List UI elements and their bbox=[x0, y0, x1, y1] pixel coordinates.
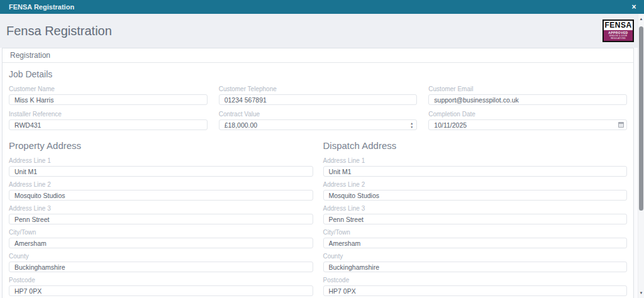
fensa-logo: FENSA APPROVED WINDOW & DOOR REGULATIONS bbox=[602, 19, 634, 42]
job-details-grid: Customer Name Customer Telephone Custome… bbox=[9, 86, 627, 130]
property-address-line2-input[interactable] bbox=[9, 190, 313, 201]
customer-name-field-group: Customer Name bbox=[9, 86, 208, 105]
dispatch-address-line3-input[interactable] bbox=[323, 214, 628, 224]
property-postcode-input[interactable] bbox=[9, 285, 313, 296]
completion-date-input-wrap bbox=[428, 119, 627, 130]
property-address-line1-input[interactable] bbox=[9, 166, 313, 177]
customer-email-field-group: Customer Email bbox=[428, 86, 627, 105]
fensa-logo-tagline: WINDOW & DOOR REGULATIONS bbox=[604, 35, 633, 40]
content-area: Registration Job Details Customer Name C… bbox=[0, 48, 644, 298]
property-city-label: City/Town bbox=[9, 229, 313, 236]
dispatch-address-line3-group: Address Line 3 bbox=[323, 205, 628, 224]
dispatch-address-line2-label: Address Line 2 bbox=[323, 181, 628, 188]
installer-reference-input[interactable] bbox=[9, 119, 208, 130]
dispatch-address-heading: Dispatch Address bbox=[323, 140, 628, 151]
contract-value-input-wrap: ▲ ▼ bbox=[219, 119, 418, 130]
completion-date-label: Completion Date bbox=[428, 111, 627, 118]
spinner-down-icon[interactable]: ▼ bbox=[410, 125, 413, 129]
dispatch-city-input[interactable] bbox=[323, 238, 628, 248]
registration-card: Registration Job Details Customer Name C… bbox=[2, 48, 634, 298]
customer-email-label: Customer Email bbox=[428, 86, 627, 92]
calendar-icon[interactable] bbox=[618, 122, 624, 128]
dispatch-city-group: City/Town bbox=[323, 229, 628, 248]
dispatch-address-line1-label: Address Line 1 bbox=[323, 157, 628, 164]
dispatch-address-line2-input[interactable] bbox=[323, 190, 628, 201]
property-county-label: County bbox=[9, 253, 313, 260]
completion-date-field-group: Completion Date bbox=[428, 111, 627, 130]
property-address-line1-group: Address Line 1 bbox=[9, 157, 313, 177]
dispatch-city-label: City/Town bbox=[323, 229, 628, 236]
dispatch-address-section: Dispatch Address Address Line 1 Address … bbox=[323, 130, 628, 298]
addresses-grid: Property Address Address Line 1 Address … bbox=[9, 130, 627, 298]
dispatch-address-line3-label: Address Line 3 bbox=[323, 205, 628, 212]
page-title: Fensa Registration bbox=[6, 24, 112, 38]
property-postcode-group: Postcode bbox=[9, 277, 313, 296]
window-title: FENSA Registration bbox=[9, 3, 74, 11]
customer-email-input[interactable] bbox=[428, 94, 627, 105]
page-header: Fensa Registration FENSA APPROVED WINDOW… bbox=[0, 14, 644, 48]
customer-telephone-input[interactable] bbox=[219, 94, 418, 105]
customer-name-label: Customer Name bbox=[9, 86, 208, 92]
property-city-input[interactable] bbox=[9, 238, 313, 248]
property-address-line2-label: Address Line 2 bbox=[9, 181, 313, 188]
dispatch-address-line1-group: Address Line 1 bbox=[323, 157, 628, 177]
scroll-up-icon[interactable]: ▲ bbox=[638, 15, 644, 23]
property-postcode-label: Postcode bbox=[9, 277, 313, 284]
property-address-line3-label: Address Line 3 bbox=[9, 205, 313, 212]
dispatch-county-label: County bbox=[323, 253, 628, 260]
customer-telephone-label: Customer Telephone bbox=[219, 86, 418, 92]
dispatch-postcode-group: Postcode bbox=[323, 277, 628, 296]
scrollbar[interactable]: ▲ ▼ bbox=[638, 14, 644, 298]
installer-reference-label: Installer Reference bbox=[9, 111, 208, 118]
scroll-down-icon[interactable]: ▼ bbox=[638, 289, 644, 297]
scrollbar-thumb[interactable] bbox=[639, 26, 643, 211]
customer-name-input[interactable] bbox=[9, 94, 208, 105]
contract-value-label: Contract Value bbox=[219, 111, 418, 118]
property-address-line3-input[interactable] bbox=[9, 214, 313, 224]
property-address-heading: Property Address bbox=[9, 140, 313, 151]
property-county-group: County bbox=[9, 253, 313, 272]
dispatch-address-line1-input[interactable] bbox=[323, 166, 628, 177]
installer-reference-field-group: Installer Reference bbox=[9, 111, 208, 130]
customer-telephone-field-group: Customer Telephone bbox=[219, 86, 418, 105]
contract-value-spinner: ▲ ▼ bbox=[408, 120, 416, 130]
property-address-section: Property Address Address Line 1 Address … bbox=[9, 130, 313, 298]
dispatch-address-line2-group: Address Line 2 bbox=[323, 181, 628, 201]
contract-value-input[interactable] bbox=[219, 119, 418, 130]
job-details-heading: Job Details bbox=[9, 69, 627, 79]
fensa-logo-band: APPROVED WINDOW & DOOR REGULATIONS bbox=[604, 30, 633, 41]
property-address-line3-group: Address Line 3 bbox=[9, 205, 313, 224]
property-city-group: City/Town bbox=[9, 229, 313, 248]
dispatch-county-input[interactable] bbox=[323, 262, 628, 272]
window-titlebar: FENSA Registration × bbox=[0, 0, 644, 14]
property-county-input[interactable] bbox=[9, 262, 313, 272]
property-address-line2-group: Address Line 2 bbox=[9, 181, 313, 201]
contract-value-field-group: Contract Value ▲ ▼ bbox=[219, 111, 418, 130]
completion-date-input[interactable] bbox=[428, 119, 627, 130]
registration-card-header: Registration bbox=[3, 48, 633, 63]
registration-card-body: Job Details Customer Name Customer Telep… bbox=[3, 63, 633, 298]
property-address-line1-label: Address Line 1 bbox=[9, 157, 313, 164]
close-icon[interactable]: × bbox=[629, 0, 639, 14]
dispatch-postcode-label: Postcode bbox=[323, 277, 628, 284]
fensa-logo-name: FENSA bbox=[604, 21, 633, 30]
dispatch-postcode-input[interactable] bbox=[323, 285, 628, 296]
dispatch-county-group: County bbox=[323, 253, 628, 272]
